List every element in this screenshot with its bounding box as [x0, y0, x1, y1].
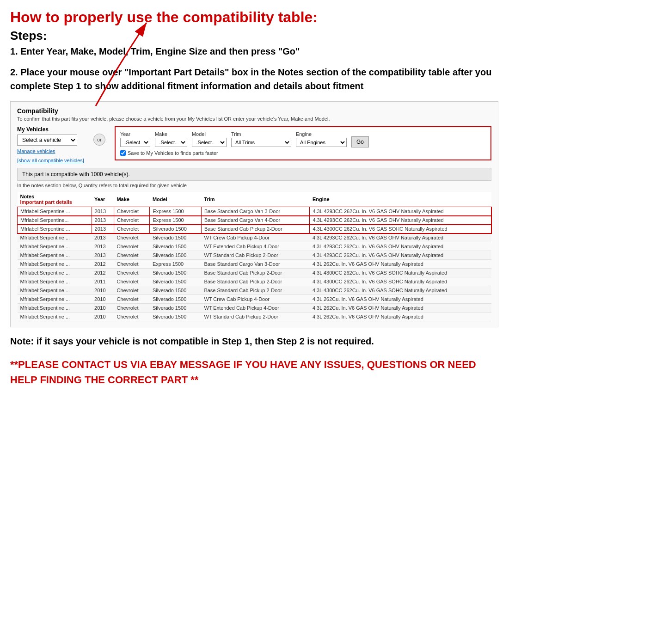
- cell-make: Chevrolet: [114, 251, 150, 260]
- cell-engine: 4.3L 262Cu. In. V6 GAS OHV Naturally Asp…: [310, 260, 491, 269]
- show-all-link[interactable]: [show all compatible vehicles]: [17, 158, 84, 163]
- compat-note: In the notes section below, Quantity ref…: [17, 183, 491, 188]
- cell-trim: Base Standard Cargo Van 4-Door: [201, 216, 310, 225]
- save-label: Save to My Vehicles to finds parts faste…: [128, 150, 218, 156]
- go-button[interactable]: Go: [351, 136, 369, 147]
- cell-model: Express 1500: [150, 260, 201, 269]
- cell-year: 2012: [92, 269, 114, 277]
- cell-notes: Mfrlabel:Serpentine ...: [18, 260, 92, 269]
- table-row: Mfrlabel:Serpentine ...2010ChevroletSilv…: [18, 313, 491, 321]
- cell-trim: Base Standard Cargo Van 3-Door: [201, 207, 310, 216]
- table-row: Mfrlabel:Serpentine ...2013ChevroletSilv…: [18, 233, 491, 242]
- cell-engine: 4.3L 4300CC 262Cu. In. V6 GAS SOHC Natur…: [310, 225, 491, 233]
- cell-make: Chevrolet: [114, 207, 150, 216]
- compatibility-section: Compatibility To confirm that this part …: [10, 101, 498, 327]
- cell-trim: Base Standard Cab Pickup 2-Door: [201, 286, 310, 295]
- save-checkbox[interactable]: [120, 150, 126, 156]
- cell-make: Chevrolet: [114, 304, 150, 313]
- step2-text: 2. Place your mouse over "Important Part…: [10, 65, 498, 93]
- cell-year: 2012: [92, 260, 114, 269]
- cell-notes: Mfrlabel:Serpentine ...: [18, 225, 92, 233]
- cell-model: Silverado 1500: [150, 313, 201, 321]
- ymm-section: Year -Select- Make -Select- Model: [115, 126, 491, 160]
- cell-model: Silverado 1500: [150, 242, 201, 251]
- cell-make: Chevrolet: [114, 233, 150, 242]
- year-select[interactable]: -Select-: [120, 138, 150, 147]
- cell-year: 2010: [92, 286, 114, 295]
- table-row: Mfrlabel:Serpentine ...2010ChevroletSilv…: [18, 286, 491, 295]
- col-model: Model: [150, 192, 201, 207]
- cell-year: 2013: [92, 251, 114, 260]
- engine-select[interactable]: All Engines: [296, 138, 347, 147]
- compat-title: Compatibility: [17, 107, 491, 115]
- cell-model: Silverado 1500: [150, 233, 201, 242]
- cell-engine: 4.3L 262Cu. In. V6 GAS OHV Naturally Asp…: [310, 304, 491, 313]
- cell-trim: WT Crew Cab Pickup 4-Door: [201, 233, 310, 242]
- cell-model: Silverado 1500: [150, 286, 201, 295]
- cell-notes: Mfrlabel:Serpentine ...: [18, 295, 92, 304]
- model-label: Model: [192, 131, 227, 137]
- cell-year: 2010: [92, 304, 114, 313]
- cell-engine: 4.3L 262Cu. In. V6 GAS OHV Naturally Asp…: [310, 295, 491, 304]
- cell-make: Chevrolet: [114, 260, 150, 269]
- cell-engine: 4.3L 4293CC 262Cu. In. V6 GAS OHV Natura…: [310, 216, 491, 225]
- cell-trim: WT Extended Cab Pickup 4-Door: [201, 242, 310, 251]
- cell-model: Silverado 1500: [150, 304, 201, 313]
- engine-label: Engine: [296, 131, 347, 137]
- compat-table: NotesImportant part details Year Make Mo…: [17, 192, 491, 321]
- cell-trim: WT Extended Cab Pickup 4-Door: [201, 304, 310, 313]
- make-select[interactable]: -Select-: [155, 138, 187, 147]
- vehicle-select[interactable]: Select a vehicle: [17, 135, 77, 146]
- cell-engine: 4.3L 4293CC 262Cu. In. V6 GAS OHV Natura…: [310, 242, 491, 251]
- cell-make: Chevrolet: [114, 216, 150, 225]
- cell-make: Chevrolet: [114, 286, 150, 295]
- col-engine: Engine: [310, 192, 491, 207]
- cell-make: Chevrolet: [114, 225, 150, 233]
- table-row: Mfrlabel:Serpentine ...2013ChevroletSilv…: [18, 225, 491, 233]
- cell-engine: 4.3L 4293CC 262Cu. In. V6 GAS OHV Natura…: [310, 207, 491, 216]
- cell-make: Chevrolet: [114, 269, 150, 277]
- cell-notes: Mfrlabel:Serpentine ...: [18, 233, 92, 242]
- cell-trim: WT Standard Cab Pickup 2-Door: [201, 313, 310, 321]
- cell-year: 2010: [92, 295, 114, 304]
- cell-year: 2013: [92, 233, 114, 242]
- cell-trim: Base Standard Cab Pickup 2-Door: [201, 269, 310, 277]
- col-year: Year: [92, 192, 114, 207]
- cell-model: Silverado 1500: [150, 277, 201, 286]
- year-label: Year: [120, 131, 150, 137]
- cell-engine: 4.3L 4300CC 262Cu. In. V6 GAS SOHC Natur…: [310, 269, 491, 277]
- cell-make: Chevrolet: [114, 313, 150, 321]
- cell-notes: Mfrlabel:Serpentine...: [18, 216, 92, 225]
- cell-notes: Mfrlabel:Serpentine ...: [18, 242, 92, 251]
- cell-model: Silverado 1500: [150, 295, 201, 304]
- table-row: Mfrlabel:Serpentine...2013ChevroletExpre…: [18, 216, 491, 225]
- cell-model: Silverado 1500: [150, 225, 201, 233]
- compat-count: This part is compatible with 1000 vehicl…: [17, 168, 491, 181]
- model-select[interactable]: -Select-: [192, 138, 227, 147]
- table-row: Mfrlabel:Serpentine ...2013ChevroletSilv…: [18, 251, 491, 260]
- cell-model: Express 1500: [150, 216, 201, 225]
- cell-model: Express 1500: [150, 207, 201, 216]
- table-row: Mfrlabel:Serpentine ...2013ChevroletSilv…: [18, 242, 491, 251]
- make-label: Make: [155, 131, 187, 137]
- cell-notes: Mfrlabel:Serpentine ...: [18, 286, 92, 295]
- cell-notes: Mfrlabel:Serpentine ...: [18, 207, 92, 216]
- cell-year: 2013: [92, 207, 114, 216]
- or-label: or: [93, 134, 105, 146]
- step1-text: 1. Enter Year, Make, Model, Trim, Engine…: [10, 45, 498, 58]
- col-trim: Trim: [201, 192, 310, 207]
- cell-year: 2011: [92, 277, 114, 286]
- my-vehicles-label: My Vehicles: [17, 126, 84, 133]
- cell-make: Chevrolet: [114, 242, 150, 251]
- manage-vehicles-link[interactable]: Manage vehicles: [17, 148, 84, 154]
- cell-notes: Mfrlabel:Serpentine ...: [18, 269, 92, 277]
- cell-notes: Mfrlabel:Serpentine ...: [18, 313, 92, 321]
- cell-engine: 4.3L 4293CC 262Cu. In. V6 GAS OHV Natura…: [310, 251, 491, 260]
- col-make: Make: [114, 192, 150, 207]
- cell-make: Chevrolet: [114, 277, 150, 286]
- cell-year: 2013: [92, 225, 114, 233]
- cell-trim: WT Standard Cab Pickup 2-Door: [201, 251, 310, 260]
- my-vehicles-section: My Vehicles Select a vehicle Manage vehi…: [17, 126, 84, 163]
- cell-trim: Base Standard Cab Pickup 2-Door: [201, 277, 310, 286]
- trim-select[interactable]: All Trims: [231, 138, 291, 147]
